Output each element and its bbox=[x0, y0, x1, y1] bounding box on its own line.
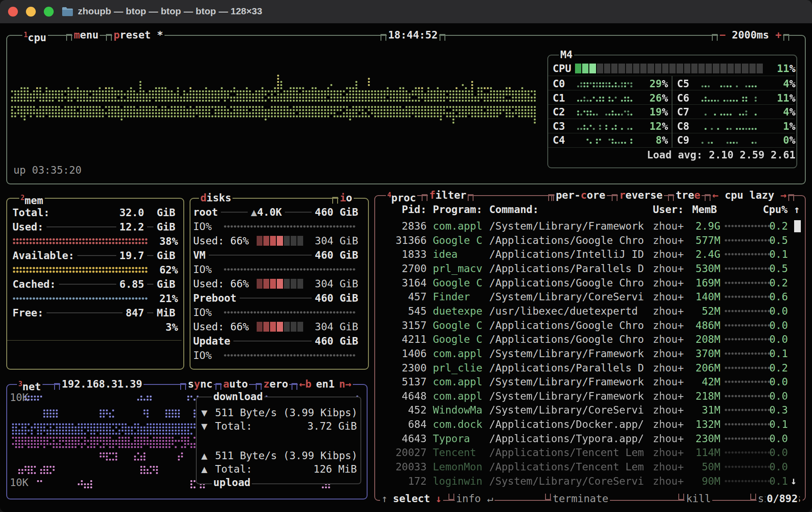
process-cpu: 0.1 bbox=[752, 475, 788, 487]
process-command: /System/Library/Framework bbox=[489, 220, 644, 232]
process-row[interactable]: 545duetexpe/usr/libexec/duetexpertdzhou+… bbox=[0, 305, 812, 317]
sort-column-switcher[interactable]: ← cpu lazy → bbox=[711, 189, 788, 201]
process-row[interactable]: 457Finder/System/Library/CoreServizhou+1… bbox=[0, 291, 812, 303]
menu-button[interactable]: menu bbox=[72, 29, 100, 41]
header-user[interactable]: User: bbox=[653, 204, 684, 215]
process-row[interactable]: 2700prl_macv/Applications/Parallels Dzho… bbox=[0, 263, 812, 274]
core-label: C8 bbox=[677, 120, 689, 132]
window-titlebar[interactable]: zhoupb — btop — btop — btop — 128×33 bbox=[0, 0, 812, 23]
header-memb[interactable]: MemB bbox=[692, 204, 717, 215]
process-row[interactable]: 20027Tencent/Applications/Tencent Lemzho… bbox=[0, 447, 812, 458]
process-row[interactable]: 4211Google C/Applications/Google Chrozho… bbox=[0, 333, 812, 345]
filter-button[interactable]: filter bbox=[428, 189, 468, 201]
core-usage-graph bbox=[700, 120, 758, 132]
header-program[interactable]: Program: bbox=[433, 204, 482, 215]
tab-io[interactable]: io bbox=[338, 192, 354, 204]
header-command[interactable]: Command: bbox=[489, 204, 539, 215]
info-action[interactable]: info ↵ bbox=[455, 493, 495, 504]
refresh-rate-control[interactable]: −2000ms+ bbox=[718, 29, 783, 41]
process-row[interactable]: 1406com.appl/System/Library/Frameworkzho… bbox=[0, 348, 812, 359]
process-program: com.appl bbox=[433, 390, 482, 402]
process-program: Google C bbox=[433, 235, 482, 246]
process-row[interactable]: 1833idea/Applications/IntelliJ IDzhou+2.… bbox=[0, 248, 812, 260]
process-cpu: 0.5 bbox=[752, 263, 788, 274]
tab-cpu[interactable]: 1cpu bbox=[22, 29, 48, 43]
process-program: Finder bbox=[433, 291, 470, 303]
process-cpu: 0.0 bbox=[752, 333, 788, 345]
rate-increase-button[interactable]: + bbox=[775, 29, 782, 41]
process-mem: 31M bbox=[676, 404, 720, 416]
process-pid: 2300 bbox=[368, 362, 427, 374]
process-program: WindowMa bbox=[433, 404, 482, 416]
kill-action[interactable]: kill bbox=[685, 493, 712, 504]
header-cpu[interactable]: Cpu% ↑ bbox=[746, 204, 800, 215]
per-core-toggle[interactable]: per-core bbox=[554, 189, 607, 201]
cpu-total-meter bbox=[575, 64, 763, 73]
process-command: /Applications/Tencent Lem bbox=[489, 461, 644, 473]
tab-net[interactable]: 3net bbox=[17, 378, 42, 393]
process-cpu: 0.0 bbox=[752, 433, 788, 444]
process-row[interactable]: 2836com.appl/System/Library/Frameworkzho… bbox=[0, 220, 812, 232]
sync-toggle[interactable]: sync bbox=[186, 378, 214, 390]
rate-decrease-button[interactable]: − bbox=[719, 29, 726, 41]
process-row[interactable]: 3164Google C/Applications/Google Chrozho… bbox=[0, 277, 812, 289]
uptime-label: up 03:35:20 bbox=[13, 164, 81, 176]
process-cpu: 0.0 bbox=[752, 305, 788, 317]
process-program: LemonMon bbox=[433, 461, 482, 473]
disk-name: root bbox=[193, 206, 218, 218]
process-program: com.appl bbox=[433, 220, 482, 232]
process-row[interactable]: 31366Google C/Applications/Google Chrozh… bbox=[0, 235, 812, 246]
process-cpu: 0.1 bbox=[752, 418, 788, 430]
tab-mem[interactable]: 2mem bbox=[19, 192, 45, 206]
process-row[interactable]: 452WindowMa/System/Library/CoreServizhou… bbox=[0, 404, 812, 416]
process-mem: 577M bbox=[676, 235, 720, 246]
process-row[interactable]: 20033LemonMon/Applications/Tencent Lemzh… bbox=[0, 461, 812, 473]
core-label: C3 bbox=[553, 120, 565, 132]
process-row[interactable]: 2300prl_clie/Applications/Parallels Dzho… bbox=[0, 362, 812, 374]
zero-toggle[interactable]: zero bbox=[262, 378, 289, 390]
disk-name-row[interactable]: root▲4.0K460 GiB bbox=[193, 206, 358, 218]
process-cpu: 0.0 bbox=[752, 390, 788, 402]
process-cpu: 0.5 bbox=[752, 235, 788, 246]
rate-value: 2000ms bbox=[732, 29, 769, 41]
terminate-action[interactable]: terminate bbox=[551, 493, 610, 504]
core-percent: 29% bbox=[626, 78, 668, 90]
process-row[interactable]: 4648com.appl/System/Library/Frameworkzho… bbox=[0, 390, 812, 402]
terminal-window: zhoupb — btop — btop — btop — 128×33 1cp… bbox=[0, 0, 812, 512]
process-mem: 2.9G bbox=[676, 220, 720, 232]
zoom-button[interactable] bbox=[44, 7, 54, 17]
process-pid: 452 bbox=[368, 404, 427, 416]
next-interface-button[interactable]: n→ bbox=[339, 378, 351, 390]
header-pid[interactable]: Pid: bbox=[373, 204, 427, 215]
reverse-toggle[interactable]: reverse bbox=[618, 189, 664, 201]
minimize-button[interactable] bbox=[26, 7, 36, 17]
process-command: /Applications/Google Chro bbox=[489, 235, 644, 246]
process-command: /System/Library/CoreServi bbox=[489, 291, 644, 303]
tab-proc[interactable]: 4proc bbox=[386, 189, 417, 204]
process-row[interactable]: 172loginwin/System/Library/CoreServizhou… bbox=[0, 475, 812, 487]
preset-button[interactable]: preset * bbox=[112, 29, 165, 41]
process-row[interactable]: 3157Google C/Applications/Google Chrozho… bbox=[0, 320, 812, 331]
process-cpu: 0.3 bbox=[752, 404, 788, 416]
process-row[interactable]: 684com.dock/Applications/Docker.app/zhou… bbox=[0, 418, 812, 430]
prev-interface-button[interactable]: ←b bbox=[299, 378, 312, 390]
process-program: prl_clie bbox=[433, 362, 482, 374]
scrollbar-thumb[interactable] bbox=[794, 220, 801, 232]
sort-prev-button[interactable]: ← bbox=[712, 189, 719, 201]
process-pid: 2700 bbox=[368, 263, 427, 274]
sort-next-button[interactable]: → bbox=[780, 189, 787, 201]
process-command: /Applications/Google Chro bbox=[489, 333, 644, 345]
tab-disks[interactable]: disks bbox=[199, 192, 233, 204]
process-command: /Applications/Parallels D bbox=[489, 263, 644, 274]
tree-toggle[interactable]: tree bbox=[674, 189, 702, 201]
cpu-model-label: M4 bbox=[559, 49, 574, 60]
select-up-key[interactable]: ↑select↓ bbox=[380, 493, 443, 504]
auto-toggle[interactable]: auto bbox=[222, 378, 249, 390]
process-count: 0/892 bbox=[765, 493, 799, 504]
core-percent: 8% bbox=[626, 134, 668, 146]
process-command: /System/Library/Framework bbox=[489, 390, 644, 402]
interface-switcher[interactable]: ←ben1n→ bbox=[298, 378, 353, 390]
close-button[interactable] bbox=[8, 7, 18, 17]
process-row[interactable]: 4643Typora/Applications/Typora.app/zhou+… bbox=[0, 433, 812, 444]
scroll-down-icon[interactable]: ↓ bbox=[791, 475, 797, 486]
